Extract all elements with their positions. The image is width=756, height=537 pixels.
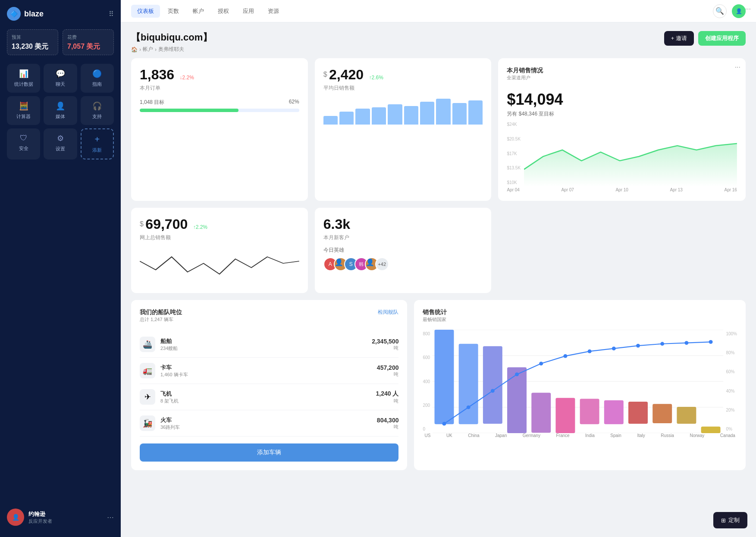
fleet-truck-sub: 1,460 辆卡车 xyxy=(160,372,377,378)
fleet-truck-name: 卡车 xyxy=(160,364,377,372)
bar-1 xyxy=(323,116,338,125)
card-menu-dots[interactable]: ··· xyxy=(735,63,740,71)
country-india: India xyxy=(585,433,595,438)
fleet-ship-num: 2,345,500 xyxy=(372,338,398,345)
x-label-2: Apr 10 xyxy=(615,187,628,192)
country-france: France xyxy=(556,433,569,438)
sales-y-0: 0 xyxy=(423,427,430,431)
sidebar-item-support[interactable]: 🎧 支持 xyxy=(81,96,114,125)
sidebar-settings-icon[interactable]: ⠿ xyxy=(109,10,114,18)
sales-y-200: 200 xyxy=(423,403,430,408)
logo-text: blaze xyxy=(24,9,44,19)
orders-number: 1,836 xyxy=(140,67,174,82)
fleet-train-info: 火车 36路列车 xyxy=(160,416,377,431)
fleet-plane-value: 1,240 人 吨 xyxy=(376,390,399,404)
search-button[interactable]: 🔍 xyxy=(713,4,727,18)
tab-resources[interactable]: 资源 xyxy=(262,5,285,18)
create-app-button[interactable]: 创建应用程序 xyxy=(698,31,746,46)
expense-label: 花费 xyxy=(67,34,109,41)
support-icon: 🎧 xyxy=(92,101,102,111)
sales-chart-area: 800 600 400 200 0 xyxy=(423,330,737,433)
daily-sales-change: ↑2.6% xyxy=(369,75,383,81)
fleet-item-truck: 🚛 卡车 1,460 辆卡车 457,200 吨 xyxy=(140,358,398,384)
fleet-plane-unit: 吨 xyxy=(376,398,399,404)
logo-area: 🔷 blaze ⠿ xyxy=(7,7,114,21)
online-sales-mini-chart xyxy=(140,248,299,283)
settings-icon: ⚙ xyxy=(57,134,64,143)
top-user-avatar[interactable]: 👤 xyxy=(732,4,746,18)
security-icon: 🛡 xyxy=(20,134,28,143)
dollar-prefix2: $ xyxy=(140,220,144,228)
invite-button[interactable]: + 邀请 xyxy=(664,31,694,46)
y-label-2: $17K xyxy=(507,151,521,156)
svg-point-19 xyxy=(491,389,495,393)
sales-y-600: 600 xyxy=(423,355,430,360)
header-actions: + 邀请 创建应用程序 xyxy=(664,31,746,46)
dollar-prefix: $ xyxy=(323,71,327,78)
online-sales-card: $ 69,700 ↑2.2% 网上总销售额 xyxy=(131,208,308,293)
svg-point-21 xyxy=(539,362,543,365)
fleet-ship-unit: 吨 xyxy=(372,345,398,351)
fleet-header: 我们的船队吨位 总计 1,247 辆车 检阅舰队 xyxy=(140,309,398,330)
country-china: China xyxy=(468,433,479,438)
sidebar-item-calculator[interactable]: 🧮 计算器 xyxy=(7,96,40,125)
ship-icon: 🚢 xyxy=(140,337,155,352)
svg-rect-5 xyxy=(435,330,454,424)
svg-rect-7 xyxy=(483,346,502,424)
sidebar-item-media[interactable]: 👤 媒体 xyxy=(44,96,77,125)
sidebar-item-guide[interactable]: 🔵 指南 xyxy=(81,64,114,93)
sidebar-item-label: 指南 xyxy=(92,81,102,87)
customize-button[interactable]: ⊞ 定制 xyxy=(713,512,747,528)
x-label-4: Apr 16 xyxy=(724,187,737,192)
tab-dashboard[interactable]: 仪表板 xyxy=(131,5,160,18)
sidebar-item-settings[interactable]: ⚙ 设置 xyxy=(44,128,77,159)
fleet-title: 我们的船队吨位 xyxy=(140,309,182,316)
plane-icon: ✈ xyxy=(140,389,155,405)
more-icon[interactable]: ⋯ xyxy=(107,513,114,521)
progress-fill xyxy=(140,109,238,112)
online-sales-label: 网上总销售额 xyxy=(140,234,299,241)
page-title-area: 【biqubiqu.com】 🏠 › 帐户 › 奥弗维耶夫 xyxy=(131,31,212,53)
orders-change: ↓2.2% xyxy=(180,75,194,81)
country-us: US xyxy=(424,433,430,438)
customize-label: 定制 xyxy=(728,516,740,524)
sidebar-item-label: 聊天 xyxy=(56,81,65,87)
sidebar-item-add[interactable]: + 添新 xyxy=(81,128,114,159)
stats-row-2: $ 69,700 ↑2.2% 网上总销售额 6.3k 本月新客户 今日英雄 xyxy=(131,208,746,293)
tab-apps[interactable]: 应用 xyxy=(237,5,260,18)
fleet-train-sub: 36路列车 xyxy=(160,424,377,431)
fleet-train-value: 804,300 吨 xyxy=(377,417,399,430)
fleet-plane-info: 飞机 8 架飞机 xyxy=(160,390,376,404)
expense-value: 7,057 美元 xyxy=(67,42,109,50)
page-title: 【biqubiqu.com】 xyxy=(131,31,212,44)
svg-rect-9 xyxy=(531,393,551,433)
bar-6 xyxy=(404,106,418,125)
expense-card: 花费 7,057 美元 xyxy=(63,29,114,55)
sales-stat-sub: 最畅销国家 xyxy=(423,316,447,323)
fleet-item-train: 🚂 火车 36路列车 804,300 吨 xyxy=(140,410,398,437)
svg-point-28 xyxy=(709,340,713,344)
train-icon: 🚂 xyxy=(140,415,155,431)
fleet-train-num: 804,300 xyxy=(377,417,399,424)
tab-account[interactable]: 帐户 xyxy=(187,5,210,18)
fleet-link[interactable]: 检阅舰队 xyxy=(378,309,398,316)
sidebar-item-label: 媒体 xyxy=(56,113,65,120)
tab-auth[interactable]: 授权 xyxy=(212,5,235,18)
bar-3 xyxy=(355,109,370,125)
add-icon: + xyxy=(94,134,100,144)
today-heroes: 今日英雄 A 👤 S 韩 👤 +42 xyxy=(323,247,483,271)
country-norway: Norway xyxy=(690,433,704,438)
y-label-4: $10K xyxy=(507,180,521,185)
svg-point-26 xyxy=(660,342,664,346)
sidebar-item-stats[interactable]: 📊 统计数据 xyxy=(7,64,40,93)
sales-pct-40: 40% xyxy=(726,389,737,393)
budget-label: 预算 xyxy=(12,34,53,41)
add-vehicle-button[interactable]: 添加车辆 xyxy=(140,443,398,462)
sidebar-item-chat[interactable]: 💬 聊天 xyxy=(44,64,77,93)
progress-section: 1,048 目标 62% xyxy=(140,99,299,112)
y-label-3: $13.5K xyxy=(507,165,521,170)
sidebar-item-label: 计算器 xyxy=(16,113,31,120)
target-label: 1,048 目标 xyxy=(140,99,164,106)
tab-pages[interactable]: 页数 xyxy=(162,5,185,18)
sidebar-item-security[interactable]: 🛡 安全 xyxy=(7,128,40,159)
